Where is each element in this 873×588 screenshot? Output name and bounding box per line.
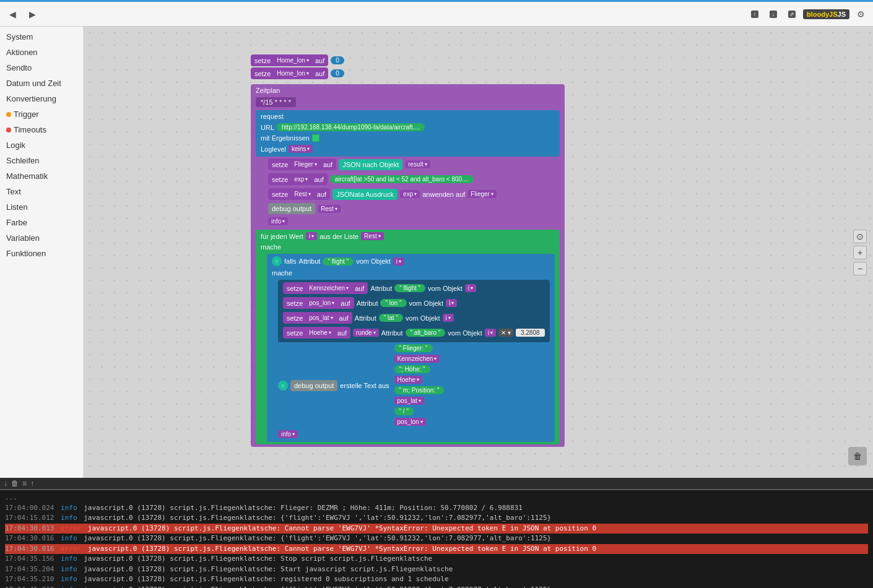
sidebar-item-schleifen[interactable]: Schleifen — [0, 153, 83, 168]
zoom-reset-button[interactable]: ⊙ — [853, 230, 867, 243]
m-position-str-block[interactable]: " m; Position: " — [394, 386, 445, 394]
console-clear-icon[interactable]: 🗑 — [11, 479, 19, 488]
m-position-row: " m; Position: " — [394, 386, 445, 394]
info-2-dropdown[interactable]: info — [278, 430, 298, 438]
setze-home-lon-block-1[interactable]: setze Home_lon auf — [251, 54, 328, 66]
sidebar-item-logik[interactable]: Logik — [0, 137, 83, 153]
exp-value-block[interactable]: aircraft[lat >50 and lat < 52 and alt_ba… — [330, 175, 474, 183]
setze-hoehe-block[interactable]: setze Hoehe auf — [283, 327, 350, 339]
console-output[interactable]: ... 17:04:00.024 info javascript.0 (1372… — [0, 489, 873, 588]
sidebar-label-sendto: Sendto — [6, 63, 32, 72]
c5-level: error — [61, 545, 81, 553]
sidebar-item-aktionen[interactable]: Aktionen — [0, 45, 83, 60]
settings-icon[interactable]: ⚙ — [853, 7, 868, 22]
json-nach-objekt-block[interactable]: JSON nach Objekt — [339, 159, 402, 170]
sidebar-item-trigger[interactable]: Trigger — [0, 106, 83, 122]
flieger-pill-dropdown[interactable]: Flieger — [467, 190, 497, 198]
main-area: System Aktionen Sendto Datum und Zeit Ko… — [0, 27, 873, 478]
i-dropdown-4[interactable]: i — [446, 299, 457, 307]
sidebar-item-farbe[interactable]: Farbe — [0, 215, 83, 230]
debug-output-2-block[interactable]: debug output — [290, 380, 337, 391]
pos-lon-var-block[interactable]: pos_lon — [394, 418, 426, 426]
num-3-2808[interactable]: 3.2808 — [516, 329, 545, 337]
info-2-row: info — [278, 430, 550, 438]
sidebar-item-datum[interactable]: Datum und Zeit — [0, 76, 83, 91]
hoehe-str-block[interactable]: "; Höhe: " — [394, 365, 430, 373]
sidebar-item-listen[interactable]: Listen — [0, 199, 83, 215]
zeitplan-label: Zeitplan — [256, 87, 280, 94]
nav-forward-button[interactable]: ▶ — [25, 7, 40, 22]
setze-rest-block[interactable]: setze Rest auf — [268, 188, 330, 200]
svg-text:↑: ↑ — [754, 11, 757, 17]
i-dropdown-3[interactable]: i — [465, 284, 476, 292]
debug-output-block[interactable]: debug output — [268, 203, 315, 214]
rest-dropdown-2[interactable]: Rest — [361, 232, 384, 240]
mit-ergebnissen-checkbox[interactable] — [312, 134, 319, 142]
setze-pos-lat-block[interactable]: setze pos_lat auf — [283, 312, 352, 324]
lat-str[interactable]: " lat " — [379, 314, 403, 322]
request-label: request — [261, 113, 284, 120]
nav-back-button[interactable]: ◀ — [5, 7, 20, 22]
setze-pos-lon-block[interactable]: setze pos_lon auf — [283, 297, 354, 309]
console-filter-icon[interactable]: ≡ — [22, 479, 27, 488]
c9-msg: javascript.0 (13728) script.js.Fliegenkl… — [84, 586, 551, 589]
url-label: URL — [261, 124, 274, 131]
import-icon[interactable]: ↓ — [766, 7, 781, 22]
zoom-minus-button[interactable]: − — [853, 262, 867, 275]
url-value-block[interactable]: http://192.168.138.44/dump1090-fa/data/a… — [277, 123, 425, 131]
setze-flieger-block[interactable]: setze Flieger auf — [268, 158, 336, 170]
num-0-block-2[interactable]: 0 — [331, 69, 344, 77]
kennzeichen-var-block[interactable]: Kennzeichen — [394, 355, 440, 363]
deploy-icon[interactable]: ↑ — [747, 7, 762, 22]
sidebar-item-variablen[interactable]: Variablen — [0, 230, 83, 246]
canvas[interactable]: setze Home_lon auf 0 setze Home_lon auf … — [84, 27, 873, 478]
console-scroll-icon[interactable]: ↓ — [4, 479, 7, 488]
pos-lat-var-block[interactable]: pos_lat — [394, 397, 424, 405]
exp-pill-dropdown[interactable]: exp — [400, 190, 420, 198]
i-dropdown-2[interactable]: i — [393, 257, 404, 266]
info-1-dropdown[interactable]: info — [268, 217, 288, 225]
c8-time: 17:04:35.210 — [5, 575, 54, 583]
sidebar-item-sendto[interactable]: Sendto — [0, 60, 83, 76]
i-dropdown-1[interactable]: i — [306, 232, 317, 240]
sidebar-item-system[interactable]: System — [0, 29, 83, 45]
loglevel-dropdown[interactable]: keins — [289, 145, 313, 153]
setze-pos-lat-row: setze pos_lat auf Attribut " lat " vom O… — [283, 312, 545, 324]
console-expand-icon[interactable]: ↑ — [30, 479, 34, 488]
c3-level: error — [61, 524, 81, 532]
runde-dropdown[interactable]: runde — [353, 329, 379, 337]
sidebar-item-funktionen[interactable]: Funktionen — [0, 246, 83, 261]
i-dropdown-6[interactable]: i — [485, 329, 496, 337]
c7-msg: javascript.0 (13728) script.js.Fliegenkl… — [84, 565, 453, 573]
lon-str[interactable]: " lon " — [380, 299, 406, 307]
cron-block[interactable]: */15 * * * * — [256, 97, 296, 107]
setze-exp-block[interactable]: setze exp auf — [268, 173, 328, 185]
sidebar-label-farbe: Farbe — [6, 218, 27, 227]
sidebar-item-text[interactable]: Text — [0, 184, 83, 199]
export-icon[interactable]: ⇗ — [784, 7, 799, 22]
rest-pill-dropdown[interactable]: Rest — [318, 205, 341, 213]
zoom-plus-button[interactable]: + — [853, 246, 867, 259]
vom-objekt-label-3: vom Objekt — [409, 300, 444, 307]
c4-msg: javascript.0 (13728) script.js.Fliegenkl… — [84, 534, 551, 542]
result-dropdown[interactable]: result — [405, 160, 430, 168]
flight-str-2[interactable]: " flight " — [394, 284, 425, 292]
sidebar-item-konvertierung[interactable]: Konvertierung — [0, 91, 83, 106]
zeitplan-outer-block: Zeitplan */15 * * * * request URL http:/… — [251, 84, 565, 447]
slash-str-block[interactable]: " / " — [394, 407, 414, 415]
jsonata-block[interactable]: JSONata Ausdruck — [332, 189, 397, 200]
loglevel-row: Loglevel keins — [261, 145, 555, 153]
setze-kennzeichen-block[interactable]: setze Kennzeichen auf — [283, 282, 368, 294]
setze-home-lon-block-2[interactable]: setze Home_lon auf — [251, 67, 328, 79]
sidebar-label-listen: Listen — [6, 202, 28, 212]
num-0-block-1[interactable]: 0 — [331, 56, 344, 64]
i-dropdown-5[interactable]: i — [443, 314, 454, 322]
flight-str-1[interactable]: " flight " — [323, 257, 354, 266]
flieger-str-block[interactable]: " Flieger: " — [394, 344, 433, 352]
trash-button[interactable]: 🗑 — [848, 447, 867, 465]
hoehe-var-block[interactable]: Hoehe — [394, 376, 422, 384]
sidebar-item-mathematik[interactable]: Mathematik — [0, 168, 83, 184]
falls-circle: ○ — [272, 256, 282, 266]
sidebar-item-timeouts[interactable]: Timeouts — [0, 122, 83, 137]
alt-baro-str[interactable]: " alt_baro " — [406, 329, 446, 337]
